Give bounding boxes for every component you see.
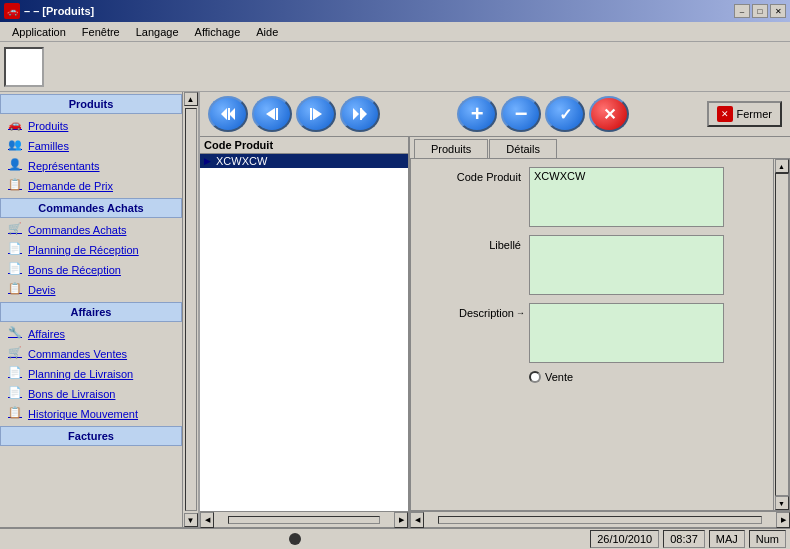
left-panel: Code Produit ▶ XCWXCW ◀ ▶	[200, 137, 410, 527]
fermer-button[interactable]: ✕ Fermer	[707, 101, 782, 127]
bottom-hscroll-right[interactable]: ▶	[776, 512, 790, 528]
sidebar-scroll-down[interactable]: ▼	[184, 513, 198, 527]
right-scrollbar: ▲ ▼	[773, 159, 789, 510]
form-row-description: Description →	[419, 303, 765, 363]
svg-marker-0	[221, 108, 227, 120]
description-label: Description →	[419, 303, 529, 319]
row-indicator: ▶	[204, 156, 216, 166]
sidebar-item-historique-mouvement[interactable]: 📋 Historique Mouvement	[0, 404, 182, 424]
status-dot-container	[4, 533, 586, 545]
sidebar-item-representants[interactable]: 👤 Représentants	[0, 156, 182, 176]
remove-button[interactable]: −	[501, 96, 541, 132]
menu-application[interactable]: Application	[4, 24, 74, 40]
maximize-button[interactable]: □	[752, 4, 768, 18]
table-body: ▶ XCWXCW	[200, 154, 408, 511]
bottom-hscroll-track[interactable]	[438, 516, 762, 524]
sidebar-section-affaires: Affaires	[0, 302, 182, 322]
sidebar-section-factures: Factures	[0, 426, 182, 446]
confirm-button[interactable]: ✓	[545, 96, 585, 132]
svg-marker-8	[353, 108, 359, 120]
vscroll-track[interactable]	[775, 173, 789, 496]
first-button[interactable]	[208, 96, 248, 132]
vente-label: Vente	[545, 371, 573, 383]
status-indicator	[289, 533, 301, 545]
hscroll-track[interactable]	[228, 516, 380, 524]
status-maj: MAJ	[709, 530, 745, 548]
nav-toolbar: + − ✓ ✕ ✕ Fermer	[200, 92, 790, 136]
prev-button[interactable]	[252, 96, 292, 132]
hscroll-right-btn[interactable]: ▶	[394, 512, 408, 528]
table-area: Code Produit ▶ XCWXCW ◀ ▶ Pr	[200, 136, 790, 527]
vente-radio[interactable]	[529, 371, 541, 383]
sidebar-item-devis[interactable]: 📋 Devis	[0, 280, 182, 300]
bottom-hscroll-left[interactable]: ◀	[410, 512, 424, 528]
description-field[interactable]	[529, 303, 724, 363]
vscroll-down-btn[interactable]: ▼	[775, 496, 789, 510]
status-num: Num	[749, 530, 786, 548]
table-row[interactable]: ▶ XCWXCW	[200, 154, 408, 168]
window-title: – – [Produits]	[24, 5, 94, 17]
representants-icon: 👤	[8, 158, 24, 174]
last-button[interactable]	[340, 96, 380, 132]
sidebar-item-commandes-achats[interactable]: 🛒 Commandes Achats	[0, 220, 182, 240]
cancel-action-button[interactable]: ✕	[589, 96, 629, 132]
content-area: + − ✓ ✕ ✕ Fermer Code Produit	[200, 92, 790, 527]
sidebar-section-produits: Produits	[0, 94, 182, 114]
fermer-icon: ✕	[717, 106, 733, 122]
sidebar-section-commandes-achats: Commandes Achats	[0, 198, 182, 218]
app-toolbar	[0, 42, 790, 92]
menu-langage[interactable]: Langage	[128, 24, 187, 40]
sidebar-item-produits[interactable]: 🚗 Produits	[0, 116, 182, 136]
svg-rect-4	[276, 108, 278, 120]
menu-aide[interactable]: Aide	[248, 24, 286, 40]
commandes-achats-icon: 🛒	[8, 222, 24, 238]
menu-bar: Application Fenêtre Langage Affichage Ai…	[0, 22, 790, 42]
code-produit-field[interactable]: XCWXCW	[529, 167, 724, 227]
hscroll-left-btn[interactable]: ◀	[200, 512, 214, 528]
sidebar-item-bons-livraison[interactable]: 📄 Bons de Livraison	[0, 384, 182, 404]
close-button[interactable]: ✕	[770, 4, 786, 18]
menu-affichage[interactable]: Affichage	[187, 24, 249, 40]
sidebar-item-planning-reception[interactable]: 📄 Planning de Réception	[0, 240, 182, 260]
devis-icon: 📋	[8, 282, 24, 298]
bottom-hscroll: ◀ ▶	[410, 511, 790, 527]
form-row-code-produit: Code Produit XCWXCW	[419, 167, 765, 227]
table-hscroll: ◀ ▶	[200, 511, 408, 527]
sidebar-item-planning-livraison[interactable]: 📄 Planning de Livraison	[0, 364, 182, 384]
tabs: Produits Détails	[410, 137, 790, 158]
vscroll-up-btn[interactable]: ▲	[775, 159, 789, 173]
sidebar-item-affaires[interactable]: 🔧 Affaires	[0, 324, 182, 344]
next-button[interactable]	[296, 96, 336, 132]
table-header-label: Code Produit	[204, 139, 273, 151]
sidebar-item-bons-reception[interactable]: 📄 Bons de Réception	[0, 260, 182, 280]
historique-icon: 📋	[8, 406, 24, 422]
libelle-field[interactable]	[529, 235, 724, 295]
produits-icon: 🚗	[8, 118, 24, 134]
minimize-button[interactable]: –	[734, 4, 750, 18]
tab-produits[interactable]: Produits	[414, 139, 488, 158]
tab-content: Code Produit XCWXCW Libellé	[411, 159, 773, 510]
bons-reception-icon: 📄	[8, 262, 24, 278]
code-produit-value: XCWXCW	[530, 168, 723, 184]
main-layout: ▲ ▼ Produits 🚗 Produits 👥 Familles 👤 Rep…	[0, 92, 790, 527]
status-bar: 26/10/2010 08:37 MAJ Num	[0, 527, 790, 549]
sidebar-item-demande-prix[interactable]: 📋 Demande de Prix	[0, 176, 182, 196]
close-toolbar: ✕ Fermer	[707, 101, 782, 127]
sidebar-item-familles[interactable]: 👥 Familles	[0, 136, 182, 156]
description-arrow-icon: →	[516, 308, 525, 318]
app-icon: 🚗	[4, 3, 20, 19]
status-date: 26/10/2010	[590, 530, 659, 548]
code-produit-label: Code Produit	[419, 167, 529, 183]
familles-icon: 👥	[8, 138, 24, 154]
planning-livraison-icon: 📄	[8, 366, 24, 382]
libelle-label: Libellé	[419, 235, 529, 251]
bons-livraison-icon: 📄	[8, 386, 24, 402]
sidebar-item-commandes-ventes[interactable]: 🛒 Commandes Ventes	[0, 344, 182, 364]
row-value: XCWXCW	[216, 155, 404, 167]
add-button[interactable]: +	[457, 96, 497, 132]
sidebar-scroll-up[interactable]: ▲	[184, 92, 198, 106]
tab-details[interactable]: Détails	[489, 139, 557, 158]
menu-fenetre[interactable]: Fenêtre	[74, 24, 128, 40]
sidebar: ▲ ▼ Produits 🚗 Produits 👥 Familles 👤 Rep…	[0, 92, 200, 527]
title-bar: 🚗 – – [Produits] – □ ✕	[0, 0, 790, 22]
